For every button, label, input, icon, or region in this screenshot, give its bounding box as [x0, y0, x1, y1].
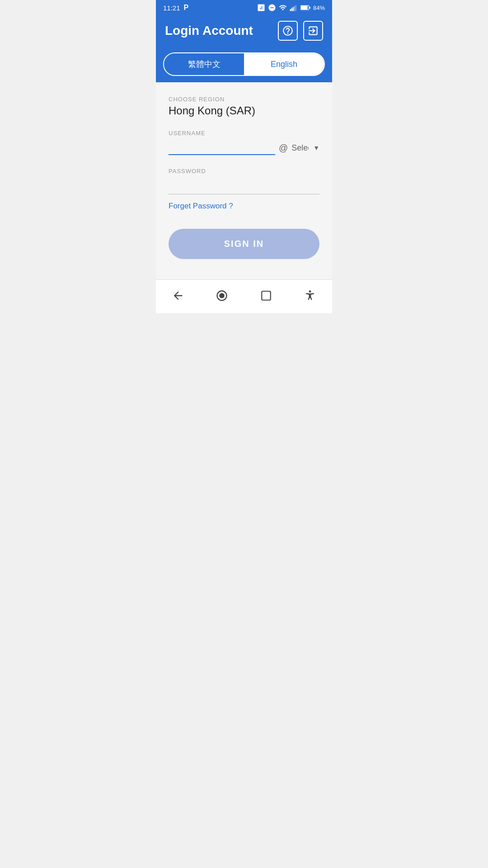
signal-icon — [290, 4, 298, 12]
svg-rect-2 — [293, 7, 294, 11]
svg-rect-3 — [294, 6, 295, 11]
school-select-wrapper: Select School ▼ — [291, 143, 319, 155]
help-icon — [282, 25, 294, 37]
svg-rect-4 — [296, 5, 296, 11]
svg-rect-6 — [301, 6, 308, 9]
choose-region-label: CHOOSE REGION — [169, 96, 319, 103]
header-icons — [278, 21, 323, 41]
status-bar: 11:21 P 84% — [156, 0, 332, 15]
accessibility-icon — [304, 289, 316, 302]
language-toggle: 繁體中文 English — [156, 48, 332, 82]
username-label: USERNAME — [169, 130, 319, 137]
password-section: PASSWORD — [169, 168, 319, 202]
battery-level: 84% — [313, 5, 325, 11]
svg-rect-10 — [262, 291, 271, 300]
dnd-icon — [268, 4, 276, 12]
school-select[interactable]: Select School — [291, 143, 319, 155]
battery-icon — [300, 5, 310, 11]
main-content: CHOOSE REGION Hong Kong (SAR) USERNAME @… — [156, 82, 332, 279]
language-toggle-inner: 繁體中文 English — [163, 52, 325, 76]
at-symbol: @ — [279, 143, 288, 155]
home-button[interactable] — [211, 284, 233, 307]
svg-point-9 — [220, 293, 224, 297]
back-button[interactable] — [167, 284, 189, 307]
username-input[interactable] — [169, 140, 275, 155]
recent-icon — [260, 290, 272, 302]
lang-en-button[interactable]: English — [244, 53, 324, 75]
help-button[interactable] — [278, 21, 298, 41]
svg-rect-7 — [310, 7, 310, 9]
home-icon — [216, 289, 228, 302]
svg-rect-0 — [290, 9, 291, 11]
lang-zh-button[interactable]: 繁體中文 — [164, 53, 244, 75]
sign-in-button[interactable]: SIGN IN — [169, 229, 319, 259]
password-input[interactable] — [169, 178, 319, 194]
back-icon — [172, 289, 184, 302]
svg-rect-1 — [291, 8, 292, 11]
username-section: USERNAME @ Select School ▼ — [169, 130, 319, 155]
nfc-icon — [257, 4, 265, 12]
username-row: @ Select School ▼ — [169, 140, 319, 155]
region-section: CHOOSE REGION Hong Kong (SAR) — [169, 96, 319, 117]
exit-icon — [307, 25, 319, 37]
bottom-nav — [156, 279, 332, 313]
accessibility-button[interactable] — [299, 284, 321, 307]
p-icon: P — [184, 4, 189, 12]
password-label: PASSWORD — [169, 168, 319, 175]
region-value[interactable]: Hong Kong (SAR) — [169, 104, 319, 117]
page-title: Login Account — [165, 24, 253, 38]
recent-button[interactable] — [255, 284, 277, 307]
forget-password-link[interactable]: Forget Password ? — [169, 202, 233, 211]
exit-button[interactable] — [303, 21, 323, 41]
status-bar-right: 84% — [257, 4, 325, 12]
time: 11:21 — [163, 4, 180, 12]
svg-point-11 — [309, 290, 311, 292]
header: Login Account — [156, 15, 332, 48]
wifi-icon — [279, 4, 287, 12]
status-bar-left: 11:21 P — [163, 4, 188, 12]
